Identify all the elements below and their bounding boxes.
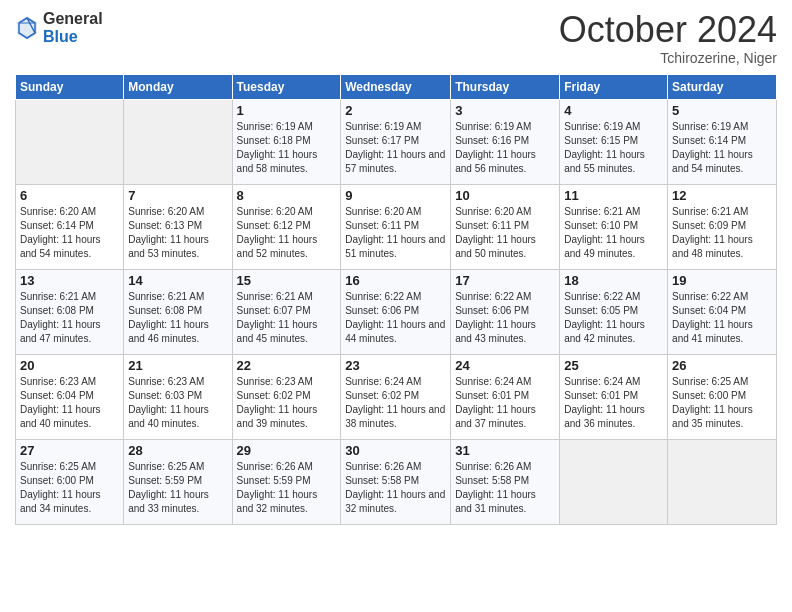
- day-detail: Sunrise: 6:25 AMSunset: 6:00 PMDaylight:…: [20, 460, 119, 516]
- location: Tchirozerine, Niger: [559, 50, 777, 66]
- day-number: 17: [455, 273, 555, 288]
- calendar-cell: 17Sunrise: 6:22 AMSunset: 6:06 PMDayligh…: [451, 269, 560, 354]
- calendar-cell: 10Sunrise: 6:20 AMSunset: 6:11 PMDayligh…: [451, 184, 560, 269]
- weekday-header-row: SundayMondayTuesdayWednesdayThursdayFrid…: [16, 74, 777, 99]
- day-number: 6: [20, 188, 119, 203]
- calendar-cell: [668, 439, 777, 524]
- day-number: 10: [455, 188, 555, 203]
- weekday-header-thursday: Thursday: [451, 74, 560, 99]
- day-number: 13: [20, 273, 119, 288]
- day-number: 12: [672, 188, 772, 203]
- day-detail: Sunrise: 6:22 AMSunset: 6:05 PMDaylight:…: [564, 290, 663, 346]
- week-row-4: 20Sunrise: 6:23 AMSunset: 6:04 PMDayligh…: [16, 354, 777, 439]
- calendar-cell: 19Sunrise: 6:22 AMSunset: 6:04 PMDayligh…: [668, 269, 777, 354]
- week-row-5: 27Sunrise: 6:25 AMSunset: 6:00 PMDayligh…: [16, 439, 777, 524]
- day-number: 27: [20, 443, 119, 458]
- day-detail: Sunrise: 6:23 AMSunset: 6:03 PMDaylight:…: [128, 375, 227, 431]
- day-number: 4: [564, 103, 663, 118]
- calendar-cell: 5Sunrise: 6:19 AMSunset: 6:14 PMDaylight…: [668, 99, 777, 184]
- day-number: 29: [237, 443, 337, 458]
- calendar-cell: 30Sunrise: 6:26 AMSunset: 5:58 PMDayligh…: [341, 439, 451, 524]
- day-detail: Sunrise: 6:21 AMSunset: 6:08 PMDaylight:…: [128, 290, 227, 346]
- calendar-cell: 27Sunrise: 6:25 AMSunset: 6:00 PMDayligh…: [16, 439, 124, 524]
- day-detail: Sunrise: 6:26 AMSunset: 5:58 PMDaylight:…: [345, 460, 446, 516]
- calendar-cell: 6Sunrise: 6:20 AMSunset: 6:14 PMDaylight…: [16, 184, 124, 269]
- day-number: 7: [128, 188, 227, 203]
- weekday-header-sunday: Sunday: [16, 74, 124, 99]
- day-number: 24: [455, 358, 555, 373]
- day-detail: Sunrise: 6:20 AMSunset: 6:11 PMDaylight:…: [455, 205, 555, 261]
- day-number: 1: [237, 103, 337, 118]
- calendar-cell: 11Sunrise: 6:21 AMSunset: 6:10 PMDayligh…: [560, 184, 668, 269]
- day-detail: Sunrise: 6:26 AMSunset: 5:59 PMDaylight:…: [237, 460, 337, 516]
- day-number: 31: [455, 443, 555, 458]
- logo-text: General Blue: [43, 10, 103, 45]
- calendar-cell: 20Sunrise: 6:23 AMSunset: 6:04 PMDayligh…: [16, 354, 124, 439]
- calendar-cell: 16Sunrise: 6:22 AMSunset: 6:06 PMDayligh…: [341, 269, 451, 354]
- header: General Blue October 2024 Tchirozerine, …: [15, 10, 777, 66]
- calendar-cell: 15Sunrise: 6:21 AMSunset: 6:07 PMDayligh…: [232, 269, 341, 354]
- day-detail: Sunrise: 6:19 AMSunset: 6:18 PMDaylight:…: [237, 120, 337, 176]
- calendar-cell: 29Sunrise: 6:26 AMSunset: 5:59 PMDayligh…: [232, 439, 341, 524]
- calendar-cell: 14Sunrise: 6:21 AMSunset: 6:08 PMDayligh…: [124, 269, 232, 354]
- day-detail: Sunrise: 6:21 AMSunset: 6:10 PMDaylight:…: [564, 205, 663, 261]
- day-detail: Sunrise: 6:20 AMSunset: 6:14 PMDaylight:…: [20, 205, 119, 261]
- day-detail: Sunrise: 6:23 AMSunset: 6:02 PMDaylight:…: [237, 375, 337, 431]
- calendar-cell: 31Sunrise: 6:26 AMSunset: 5:58 PMDayligh…: [451, 439, 560, 524]
- day-detail: Sunrise: 6:19 AMSunset: 6:14 PMDaylight:…: [672, 120, 772, 176]
- day-number: 11: [564, 188, 663, 203]
- calendar-cell: 4Sunrise: 6:19 AMSunset: 6:15 PMDaylight…: [560, 99, 668, 184]
- day-detail: Sunrise: 6:24 AMSunset: 6:01 PMDaylight:…: [564, 375, 663, 431]
- calendar-cell: 21Sunrise: 6:23 AMSunset: 6:03 PMDayligh…: [124, 354, 232, 439]
- day-number: 2: [345, 103, 446, 118]
- weekday-header-friday: Friday: [560, 74, 668, 99]
- calendar-cell: 25Sunrise: 6:24 AMSunset: 6:01 PMDayligh…: [560, 354, 668, 439]
- calendar-cell: [124, 99, 232, 184]
- day-number: 14: [128, 273, 227, 288]
- logo-icon: [15, 14, 39, 42]
- day-number: 3: [455, 103, 555, 118]
- day-detail: Sunrise: 6:24 AMSunset: 6:02 PMDaylight:…: [345, 375, 446, 431]
- calendar-cell: 3Sunrise: 6:19 AMSunset: 6:16 PMDaylight…: [451, 99, 560, 184]
- day-detail: Sunrise: 6:22 AMSunset: 6:06 PMDaylight:…: [345, 290, 446, 346]
- day-number: 16: [345, 273, 446, 288]
- svg-marker-0: [17, 16, 37, 40]
- calendar-cell: 9Sunrise: 6:20 AMSunset: 6:11 PMDaylight…: [341, 184, 451, 269]
- day-detail: Sunrise: 6:20 AMSunset: 6:12 PMDaylight:…: [237, 205, 337, 261]
- calendar-cell: 13Sunrise: 6:21 AMSunset: 6:08 PMDayligh…: [16, 269, 124, 354]
- calendar-cell: 1Sunrise: 6:19 AMSunset: 6:18 PMDaylight…: [232, 99, 341, 184]
- week-row-3: 13Sunrise: 6:21 AMSunset: 6:08 PMDayligh…: [16, 269, 777, 354]
- day-number: 22: [237, 358, 337, 373]
- day-detail: Sunrise: 6:21 AMSunset: 6:09 PMDaylight:…: [672, 205, 772, 261]
- weekday-header-tuesday: Tuesday: [232, 74, 341, 99]
- weekday-header-saturday: Saturday: [668, 74, 777, 99]
- calendar-cell: 22Sunrise: 6:23 AMSunset: 6:02 PMDayligh…: [232, 354, 341, 439]
- day-number: 18: [564, 273, 663, 288]
- day-detail: Sunrise: 6:19 AMSunset: 6:15 PMDaylight:…: [564, 120, 663, 176]
- day-detail: Sunrise: 6:22 AMSunset: 6:06 PMDaylight:…: [455, 290, 555, 346]
- calendar-cell: 26Sunrise: 6:25 AMSunset: 6:00 PMDayligh…: [668, 354, 777, 439]
- day-number: 21: [128, 358, 227, 373]
- day-detail: Sunrise: 6:20 AMSunset: 6:13 PMDaylight:…: [128, 205, 227, 261]
- calendar-cell: 2Sunrise: 6:19 AMSunset: 6:17 PMDaylight…: [341, 99, 451, 184]
- day-detail: Sunrise: 6:23 AMSunset: 6:04 PMDaylight:…: [20, 375, 119, 431]
- day-number: 8: [237, 188, 337, 203]
- calendar-cell: [16, 99, 124, 184]
- day-number: 9: [345, 188, 446, 203]
- week-row-2: 6Sunrise: 6:20 AMSunset: 6:14 PMDaylight…: [16, 184, 777, 269]
- day-detail: Sunrise: 6:24 AMSunset: 6:01 PMDaylight:…: [455, 375, 555, 431]
- weekday-header-wednesday: Wednesday: [341, 74, 451, 99]
- day-number: 15: [237, 273, 337, 288]
- day-detail: Sunrise: 6:25 AMSunset: 5:59 PMDaylight:…: [128, 460, 227, 516]
- title-section: October 2024 Tchirozerine, Niger: [559, 10, 777, 66]
- day-number: 26: [672, 358, 772, 373]
- day-detail: Sunrise: 6:19 AMSunset: 6:17 PMDaylight:…: [345, 120, 446, 176]
- calendar-cell: 24Sunrise: 6:24 AMSunset: 6:01 PMDayligh…: [451, 354, 560, 439]
- week-row-1: 1Sunrise: 6:19 AMSunset: 6:18 PMDaylight…: [16, 99, 777, 184]
- weekday-header-monday: Monday: [124, 74, 232, 99]
- logo: General Blue: [15, 10, 103, 45]
- day-detail: Sunrise: 6:21 AMSunset: 6:08 PMDaylight:…: [20, 290, 119, 346]
- calendar-cell: 23Sunrise: 6:24 AMSunset: 6:02 PMDayligh…: [341, 354, 451, 439]
- month-title: October 2024: [559, 10, 777, 50]
- day-number: 19: [672, 273, 772, 288]
